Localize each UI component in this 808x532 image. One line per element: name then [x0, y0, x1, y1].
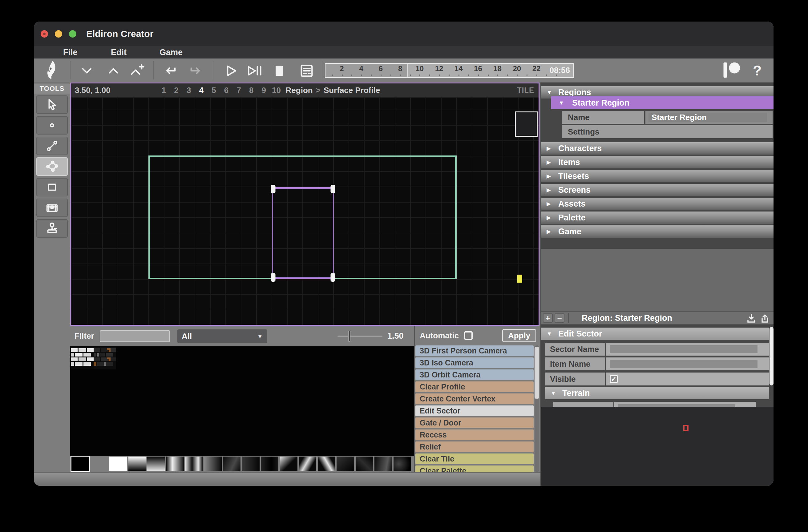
item-name-input[interactable] [610, 360, 757, 368]
time-ruler[interactable]: 246810121416182022 08:56 [325, 63, 574, 78]
section-game[interactable]: ▶Game [541, 225, 773, 238]
tile-preview-box[interactable] [515, 111, 538, 137]
vertex-handle[interactable] [331, 185, 335, 193]
command-clear-tile[interactable]: Clear Tile [416, 454, 534, 464]
edit-sector-header[interactable]: ▼ Edit Sector [541, 328, 769, 340]
region-settings-button[interactable]: Settings [562, 125, 773, 138]
section-items[interactable]: ▶Items [541, 156, 773, 168]
command-clear-profile[interactable]: Clear Profile [416, 382, 534, 392]
zoom-slider[interactable] [337, 335, 383, 337]
automatic-checkbox[interactable] [464, 331, 473, 340]
material-tile-14[interactable] [318, 457, 335, 471]
export-button[interactable] [760, 314, 770, 323]
menu-edit[interactable]: Edit [111, 46, 127, 58]
play-button[interactable] [223, 63, 239, 79]
close-button[interactable] [41, 30, 48, 38]
tool-vertex[interactable] [36, 116, 68, 134]
region-name-value-cell[interactable]: Starter Region [645, 111, 773, 124]
menu-game[interactable]: Game [160, 46, 183, 58]
tool-rect[interactable] [36, 178, 68, 197]
material-tile-4[interactable] [128, 457, 146, 471]
visible-checkbox[interactable]: ✓ [610, 375, 618, 383]
vertex-handle[interactable] [271, 185, 276, 193]
material-tile-6[interactable] [166, 457, 184, 471]
add-region-button[interactable]: + [543, 313, 553, 323]
log-button[interactable] [299, 63, 315, 79]
section-characters[interactable]: ▶Characters [541, 142, 773, 154]
material-tile-13[interactable] [299, 457, 316, 471]
material-tile-9[interactable] [223, 457, 240, 471]
tile-thumbnail-light-brick[interactable] [71, 347, 94, 369]
material-tile-5[interactable] [147, 457, 165, 471]
step-button[interactable] [247, 63, 263, 79]
tool-select[interactable] [36, 95, 68, 114]
stop-button[interactable] [271, 63, 287, 79]
material-tile-16[interactable] [356, 457, 373, 471]
menu-file[interactable]: File [63, 46, 78, 58]
preview-3d-area[interactable] [541, 407, 773, 486]
canvas-grid[interactable] [71, 97, 538, 325]
selected-profile-rect[interactable] [272, 187, 334, 279]
material-tile-10[interactable] [242, 457, 260, 471]
terrain-header[interactable]: ▼ Terrain [545, 387, 769, 399]
patreon-button[interactable] [722, 61, 742, 79]
vertex-handle[interactable] [331, 273, 335, 282]
command-3d-orbit-camera[interactable]: 3D Orbit Camera [416, 369, 534, 380]
tool-linedef[interactable] [36, 137, 68, 155]
tile-picker[interactable] [70, 346, 414, 456]
material-tile-7[interactable] [185, 457, 203, 471]
section-tilesets[interactable]: ▶Tilesets [541, 170, 773, 182]
edit-sector-scrollbar-thumb[interactable] [770, 327, 773, 385]
filter-dropdown[interactable]: All ▼ [177, 329, 267, 343]
import-button[interactable] [747, 314, 756, 323]
command-create-center-vertex[interactable]: Create Center Vertex [416, 393, 534, 404]
material-tile-2[interactable] [91, 457, 108, 471]
tile-thumbnail-dark-brick[interactable] [94, 347, 116, 369]
command-gate-door[interactable]: Gate / Door [416, 418, 534, 428]
tool-joystick[interactable] [36, 219, 68, 238]
section-palette[interactable]: ▶Palette [541, 212, 773, 224]
section-screens[interactable]: ▶Screens [541, 184, 773, 196]
command-list-scrollbar[interactable] [535, 345, 539, 472]
tool-chest[interactable] [36, 199, 68, 217]
toolbar: 246810121416182022 08:56 ? [34, 58, 773, 82]
minimize-button[interactable] [55, 30, 62, 38]
material-tile-8[interactable] [204, 457, 222, 471]
material-tile-3[interactable] [109, 457, 127, 471]
redo-button[interactable] [188, 63, 204, 79]
vertex-handle[interactable] [271, 273, 276, 282]
command-relief[interactable]: Relief [416, 441, 534, 452]
chevron-down-button[interactable] [79, 63, 95, 79]
command-recess[interactable]: Recess [416, 429, 534, 440]
map-canvas[interactable]: 3.50, 1.00 12345678910 Region>Surface Pr… [70, 82, 539, 326]
filter-input[interactable] [100, 330, 170, 342]
material-tile-15[interactable] [336, 457, 354, 471]
region-item-starter-region[interactable]: ▼ Starter Region [551, 96, 773, 109]
zoom-button[interactable] [69, 30, 76, 38]
command-clear-palette[interactable]: Clear Palette [416, 465, 534, 472]
yellow-marker[interactable] [517, 275, 522, 282]
command-list-scrollbar-thumb[interactable] [535, 347, 539, 399]
material-strip[interactable] [70, 456, 414, 472]
help-button[interactable]: ? [748, 58, 767, 82]
apply-button[interactable]: Apply [502, 329, 536, 342]
material-tile-12[interactable] [280, 457, 297, 471]
command-3d-iso-camera[interactable]: 3D Iso Camera [416, 357, 534, 368]
command-3d-first-person-camera[interactable]: 3D First Person Camera [416, 345, 534, 356]
chevron-up-button[interactable] [105, 63, 121, 79]
sector-name-input[interactable] [610, 345, 757, 353]
ruler-hour-14: 14 [451, 65, 466, 73]
breadcrumb-root[interactable]: Region [286, 86, 313, 95]
material-tile-11[interactable] [261, 457, 278, 471]
material-tile-1[interactable] [71, 457, 89, 471]
remove-region-button[interactable]: − [555, 313, 565, 323]
undo-button[interactable] [162, 63, 178, 79]
chevron-up-plus-button[interactable] [129, 63, 145, 79]
tool-sector[interactable] [36, 157, 68, 176]
section-assets[interactable]: ▶Assets [541, 198, 773, 210]
material-tile-18[interactable] [393, 457, 411, 471]
command-edit-sector[interactable]: Edit Sector [416, 405, 534, 416]
region-name-input[interactable]: Starter Region [648, 113, 767, 122]
zoom-slider-handle[interactable] [348, 331, 350, 342]
material-tile-17[interactable] [374, 457, 392, 471]
